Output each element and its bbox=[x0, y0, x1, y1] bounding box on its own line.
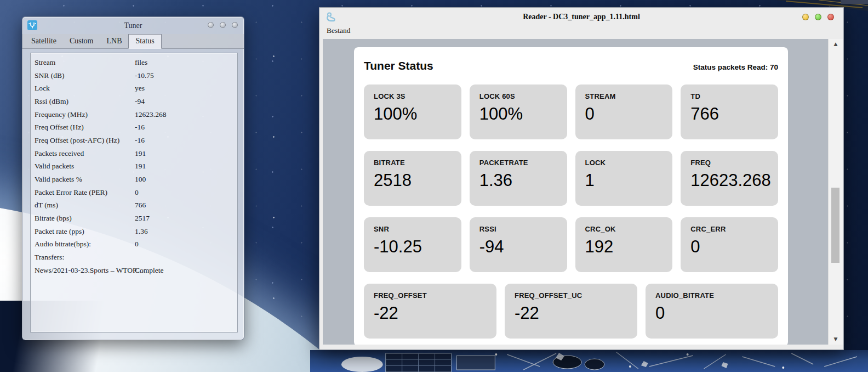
reader-titlebar[interactable]: Reader - DC3_tuner_app_1.11.html bbox=[319, 8, 843, 25]
tile-label: LOCK bbox=[585, 159, 670, 167]
vertical-scrollbar[interactable]: ▲ ▼ bbox=[828, 39, 843, 345]
tile-label: LOCK 3S bbox=[374, 92, 458, 100]
tile-label: AUDIO_BITRATE bbox=[655, 291, 775, 300]
tab-satellite[interactable]: Satellite bbox=[25, 35, 63, 48]
row-label: Freq Offset (post-AFC) (Hz) bbox=[35, 136, 135, 145]
row-label: Packet Error Rate (PER) bbox=[35, 188, 135, 197]
row-value: 766 bbox=[135, 201, 146, 210]
table-row: Streamfiles bbox=[31, 56, 237, 69]
row-value: Complete bbox=[135, 266, 164, 275]
tile-snr: SNR-10.25 bbox=[364, 217, 461, 272]
row-value: 2517 bbox=[135, 214, 150, 223]
reader-content-area: Tuner Status Status packets Read: 70 LOC… bbox=[323, 39, 828, 345]
table-row: Packet rate (pps)1.36 bbox=[31, 225, 237, 238]
tuner-minimize-button[interactable] bbox=[208, 22, 214, 28]
table-row: Valid packets191 bbox=[31, 160, 237, 173]
tuner-maximize-button[interactable] bbox=[220, 22, 226, 28]
row-label: Rssi (dBm) bbox=[35, 97, 135, 106]
tile-value: 1.36 bbox=[479, 171, 564, 190]
tab-custom[interactable]: Custom bbox=[63, 35, 100, 48]
tile-bitrate: BITRATE2518 bbox=[364, 151, 461, 206]
table-row: Frequency (MHz)12623.268 bbox=[31, 108, 237, 121]
row-value: files bbox=[135, 58, 147, 67]
tile-value: -22 bbox=[374, 303, 493, 323]
reader-window: Reader - DC3_tuner_app_1.11.html Bestand… bbox=[319, 7, 844, 350]
table-row: Valid packets %100 bbox=[31, 173, 237, 186]
tile-value: 100% bbox=[479, 104, 564, 124]
tile-label: CRC_ERR bbox=[690, 225, 775, 233]
tile-label: FREQ_OFFSET bbox=[374, 291, 493, 300]
scrollbar-thumb[interactable] bbox=[831, 188, 840, 263]
row-value: 0 bbox=[135, 240, 139, 249]
table-row: Audio bitrate(bps):0 bbox=[31, 238, 237, 251]
reader-menubar: Bestand bbox=[319, 25, 843, 38]
debris-illustration bbox=[310, 350, 868, 372]
tile-value: 0 bbox=[690, 237, 775, 257]
reader-minimize-button[interactable] bbox=[802, 14, 809, 20]
tile-label: LOCK 60S bbox=[479, 92, 564, 100]
tuner-app-icon bbox=[27, 20, 37, 30]
row-value: -10.75 bbox=[135, 71, 154, 80]
tile-freq-offset: FREQ_OFFSET-22 bbox=[364, 284, 496, 339]
tuner-tab-bar: Satellite Custom LNB Status bbox=[22, 34, 244, 49]
tile-audio-bitrate: AUDIO_BITRATE0 bbox=[646, 284, 778, 339]
tab-status[interactable]: Status bbox=[128, 34, 161, 49]
reader-maximize-button[interactable] bbox=[815, 14, 821, 20]
tuner-status-table: Streamfiles SNR (dB)-10.75 Lockyes Rssi … bbox=[30, 53, 238, 332]
tile-td: TD766 bbox=[681, 84, 778, 139]
reader-close-button[interactable] bbox=[827, 14, 834, 20]
scroll-up-icon[interactable]: ▲ bbox=[829, 40, 843, 49]
tuner-status-card: Tuner Status Status packets Read: 70 LOC… bbox=[354, 47, 788, 345]
tile-lock-60s: LOCK 60S100% bbox=[470, 84, 567, 139]
row-label: dT (ms) bbox=[35, 201, 135, 210]
tile-value: -94 bbox=[479, 237, 564, 257]
tile-value: 12623.268 bbox=[690, 171, 775, 190]
tile-label: PACKETRATE bbox=[479, 159, 564, 167]
page-title: Tuner Status bbox=[364, 59, 433, 72]
row-value: 12623.268 bbox=[135, 110, 166, 119]
table-row: Packets received191 bbox=[31, 147, 237, 160]
tile-label: FREQ bbox=[690, 159, 775, 167]
tuner-window: Tuner Satellite Custom LNB Status Stream… bbox=[22, 16, 244, 340]
tile-value: 100% bbox=[374, 104, 458, 124]
row-label: Audio bitrate(bps): bbox=[35, 240, 135, 249]
tile-value: 2518 bbox=[374, 171, 458, 190]
tuner-close-button[interactable] bbox=[232, 22, 238, 28]
table-row: dT (ms)766 bbox=[31, 199, 237, 212]
tile-lock-3s: LOCK 3S100% bbox=[364, 84, 461, 139]
tile-lock: LOCK1 bbox=[575, 151, 673, 206]
tile-label: TD bbox=[690, 92, 775, 100]
tile-crc-ok: CRC_OK192 bbox=[575, 217, 673, 272]
table-row: Rssi (dBm)-94 bbox=[31, 95, 237, 108]
status-packets-read: Status packets Read: 70 bbox=[693, 63, 778, 71]
row-value: 1.36 bbox=[135, 227, 148, 236]
row-label: News/2021-03-23.Sports – WTOP.... bbox=[35, 266, 135, 275]
row-value: -94 bbox=[135, 97, 145, 106]
tile-label: STREAM bbox=[585, 92, 670, 100]
table-row: News/2021-03-23.Sports – WTOP....Complet… bbox=[31, 264, 237, 277]
tile-stream: STREAM0 bbox=[575, 84, 673, 139]
table-row: Freq Offset (Hz)-16 bbox=[31, 121, 237, 134]
tuner-titlebar[interactable]: Tuner bbox=[22, 17, 244, 34]
card-header: Tuner Status Status packets Read: 70 bbox=[364, 59, 778, 72]
row-label: SNR (dB) bbox=[35, 71, 135, 80]
tile-value: 766 bbox=[690, 104, 775, 124]
tile-value: -10.25 bbox=[374, 237, 458, 257]
tile-value: 192 bbox=[585, 237, 670, 257]
row-value: -16 bbox=[135, 123, 145, 132]
tab-lnb[interactable]: LNB bbox=[100, 35, 128, 48]
row-label: Freq Offset (Hz) bbox=[35, 123, 135, 132]
tile-grid: LOCK 3S100% LOCK 60S100% STREAM0 TD766 B… bbox=[364, 84, 778, 339]
reader-body: Tuner Status Status packets Read: 70 LOC… bbox=[323, 39, 843, 345]
tile-value: 1 bbox=[585, 171, 670, 190]
reader-window-title: Reader - DC3_tuner_app_1.11.html bbox=[319, 13, 843, 21]
tile-freq: FREQ12623.268 bbox=[681, 151, 778, 206]
tuner-window-controls bbox=[208, 22, 238, 28]
row-value: yes bbox=[135, 84, 145, 93]
tile-packetrate: PACKETRATE1.36 bbox=[470, 151, 567, 206]
scroll-down-icon[interactable]: ▼ bbox=[829, 335, 843, 344]
row-value: -16 bbox=[135, 136, 145, 145]
tile-label: FREQ_OFFSET_UC bbox=[515, 291, 634, 300]
menu-bestand[interactable]: Bestand bbox=[325, 25, 352, 36]
table-row: Transfers: bbox=[31, 251, 237, 264]
